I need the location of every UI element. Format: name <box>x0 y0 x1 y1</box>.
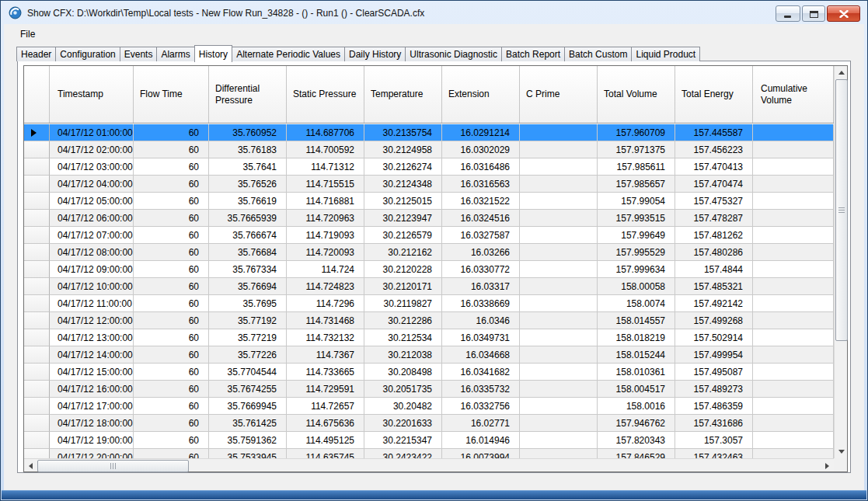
cell[interactable]: 60 <box>134 141 209 158</box>
cell[interactable]: 16.0302029 <box>442 141 520 158</box>
cell[interactable]: 30.212162 <box>364 244 442 261</box>
cell[interactable]: 30.2124958 <box>364 141 442 158</box>
row-selector[interactable] <box>24 227 50 244</box>
menu-item-file[interactable]: File <box>15 26 40 42</box>
cell[interactable]: 30.2120171 <box>364 278 442 295</box>
cell[interactable]: 114.719093 <box>287 227 364 244</box>
cell[interactable]: 35.76684 <box>209 244 287 261</box>
cell[interactable]: 60 <box>134 227 209 244</box>
cell[interactable]: 60 <box>134 261 209 278</box>
cell[interactable]: 60 <box>134 346 209 364</box>
tab-daily-history[interactable]: Daily History <box>344 47 406 61</box>
cell[interactable]: 16.0316563 <box>442 176 520 193</box>
row-selector[interactable] <box>24 449 50 458</box>
cell[interactable] <box>753 449 834 458</box>
cell[interactable] <box>520 244 598 261</box>
row-selector[interactable] <box>24 278 50 295</box>
title-bar[interactable]: Show CFX: D:\Workdir\Temp\Local tests - … <box>2 2 866 24</box>
cell[interactable] <box>520 158 598 176</box>
cell[interactable]: 35.7641 <box>209 158 287 176</box>
cell[interactable]: 16.0073994 <box>442 449 520 458</box>
cell[interactable]: 157.492142 <box>675 295 753 312</box>
cell[interactable] <box>753 346 834 364</box>
cell[interactable]: 35.760952 <box>209 124 287 141</box>
table-row[interactable]: 04/17/12 01:00:006035.760952114.68770630… <box>24 124 834 141</box>
vertical-scrollbar[interactable] <box>834 66 847 458</box>
cell[interactable]: 35.76526 <box>209 176 287 193</box>
cell[interactable]: 16.03266 <box>442 244 520 261</box>
cell[interactable]: 30.2201633 <box>364 415 442 432</box>
cell[interactable]: 157.486359 <box>675 398 753 415</box>
tab-configuration[interactable]: Configuration <box>55 47 120 61</box>
cell[interactable]: 157.485321 <box>675 278 753 295</box>
cell[interactable]: 30.212534 <box>364 329 442 346</box>
table-row[interactable]: 04/17/12 08:00:006035.76684114.72009330.… <box>24 244 834 261</box>
cell[interactable]: 35.767334 <box>209 261 287 278</box>
cell[interactable] <box>753 210 834 227</box>
cell[interactable]: 30.2119827 <box>364 295 442 312</box>
cell[interactable]: 04/17/12 13:00:00 <box>50 329 134 346</box>
cell[interactable]: 157.4844 <box>675 261 753 278</box>
tab-liquid-product[interactable]: Liquid Product <box>631 47 700 61</box>
cell[interactable]: 157.3057 <box>675 432 753 449</box>
cell[interactable]: 157.481262 <box>675 227 753 244</box>
cell[interactable] <box>520 449 598 458</box>
cell[interactable]: 60 <box>134 329 209 346</box>
cell[interactable]: 157.846529 <box>598 449 675 458</box>
cell[interactable]: 04/17/12 04:00:00 <box>50 176 134 193</box>
cell[interactable]: 158.00058 <box>598 278 675 295</box>
row-selector[interactable] <box>24 210 50 227</box>
cell[interactable]: 158.0074 <box>598 295 675 312</box>
cell[interactable]: 35.7704544 <box>209 364 287 381</box>
cell[interactable]: 114.7296 <box>287 295 364 312</box>
cell[interactable]: 16.0321522 <box>442 193 520 210</box>
cell[interactable]: 158.014557 <box>598 312 675 329</box>
cell[interactable]: 16.0324516 <box>442 210 520 227</box>
cell[interactable]: 04/17/12 01:00:00 <box>50 124 134 141</box>
cell[interactable] <box>753 244 834 261</box>
cell[interactable]: 30.2135754 <box>364 124 442 141</box>
cell[interactable]: 30.2423422 <box>364 449 442 458</box>
row-selector[interactable] <box>24 381 50 398</box>
cell[interactable]: 60 <box>134 432 209 449</box>
cell[interactable]: 16.02771 <box>442 415 520 432</box>
cell[interactable]: 157.960709 <box>598 124 675 141</box>
cell[interactable]: 114.724 <box>287 261 364 278</box>
column-header-timestamp[interactable]: Timestamp <box>50 66 134 123</box>
cell[interactable]: 04/17/12 16:00:00 <box>50 381 134 398</box>
cell[interactable] <box>520 210 598 227</box>
cell[interactable]: 114.495125 <box>287 432 364 449</box>
cell[interactable]: 16.03317 <box>442 278 520 295</box>
cell[interactable]: 04/17/12 06:00:00 <box>50 210 134 227</box>
cell[interactable]: 16.0327587 <box>442 227 520 244</box>
cell[interactable]: 16.034668 <box>442 346 520 364</box>
cell[interactable]: 35.766674 <box>209 227 287 244</box>
cell[interactable] <box>520 364 598 381</box>
cell[interactable]: 114.729591 <box>287 381 364 398</box>
table-row[interactable]: 04/17/12 19:00:006035.7591362114.4951253… <box>24 432 834 449</box>
cell[interactable] <box>753 141 834 158</box>
cell[interactable]: 30.2051735 <box>364 381 442 398</box>
cell[interactable]: 157.995529 <box>598 244 675 261</box>
cell[interactable]: 158.018219 <box>598 329 675 346</box>
cell[interactable] <box>520 176 598 193</box>
cell[interactable]: 157.470413 <box>675 158 753 176</box>
row-selector[interactable] <box>24 346 50 364</box>
cell[interactable]: 16.0341682 <box>442 364 520 381</box>
row-selector[interactable] <box>24 176 50 193</box>
table-row[interactable]: 04/17/12 14:00:006035.77226114.736730.21… <box>24 346 834 364</box>
cell[interactable]: 04/17/12 12:00:00 <box>50 312 134 329</box>
row-selector[interactable] <box>24 193 50 210</box>
cell[interactable] <box>753 381 834 398</box>
row-selector[interactable] <box>24 364 50 381</box>
cell[interactable] <box>753 261 834 278</box>
cell[interactable]: 60 <box>134 193 209 210</box>
scroll-down-button[interactable] <box>835 445 848 458</box>
cell[interactable]: 35.76694 <box>209 278 287 295</box>
cell[interactable]: 157.99649 <box>598 227 675 244</box>
row-selector[interactable] <box>24 244 50 261</box>
grid-top-left-header[interactable] <box>24 66 50 123</box>
cell[interactable]: 30.2125015 <box>364 193 442 210</box>
tab-header[interactable]: Header <box>16 47 56 61</box>
cell[interactable]: 114.720963 <box>287 210 364 227</box>
